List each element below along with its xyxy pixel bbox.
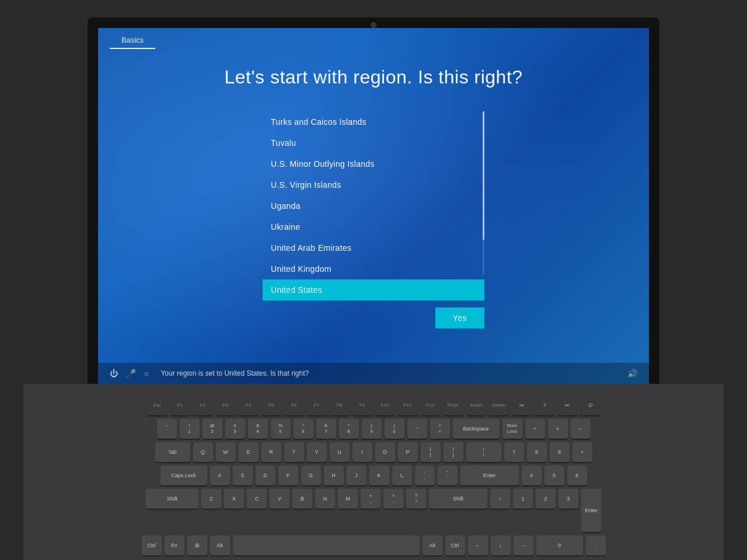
key-9[interactable]: (9 bbox=[362, 419, 382, 439]
key-enter[interactable]: Enter bbox=[460, 466, 519, 485]
key-alt-r[interactable]: Alt bbox=[423, 536, 442, 555]
key-f11[interactable]: F11 bbox=[398, 396, 418, 415]
key-0[interactable]: )0 bbox=[385, 419, 404, 439]
key-prtsc[interactable]: PrtSc bbox=[444, 396, 463, 415]
country-item[interactable]: United Kingdom bbox=[263, 258, 484, 279]
key-f[interactable]: F bbox=[278, 466, 298, 485]
key-g[interactable]: G bbox=[301, 466, 321, 485]
key-power[interactable]: ⏻ bbox=[580, 396, 600, 415]
key-num8[interactable]: 8 bbox=[527, 442, 547, 462]
key-f5[interactable]: F5 bbox=[261, 396, 281, 415]
key-a[interactable]: A bbox=[210, 466, 230, 485]
key-f12[interactable]: F12 bbox=[421, 396, 441, 415]
key-q[interactable]: Q bbox=[193, 442, 213, 462]
key-f1[interactable]: F1 bbox=[170, 396, 190, 415]
key-bracketr[interactable]: }] bbox=[444, 442, 463, 462]
key-f2[interactable]: F2 bbox=[193, 396, 213, 415]
key-num7[interactable]: 7 bbox=[504, 442, 524, 462]
key-numdot[interactable]: . bbox=[586, 536, 606, 555]
key-space[interactable] bbox=[233, 536, 420, 555]
key-equal[interactable]: += bbox=[430, 419, 450, 439]
key-3[interactable]: #3 bbox=[225, 419, 245, 439]
key-alt-l[interactable]: Alt bbox=[210, 536, 230, 555]
key-comma[interactable]: <, bbox=[361, 489, 381, 509]
key-i[interactable]: I bbox=[352, 442, 372, 462]
key-f9[interactable]: F9 bbox=[352, 396, 372, 415]
key-f4[interactable]: F4 bbox=[239, 396, 259, 415]
key-slash[interactable]: ?/ bbox=[406, 489, 426, 509]
key-playpause[interactable]: ⏸ bbox=[535, 396, 554, 415]
key-caps[interactable]: Caps Lock bbox=[160, 466, 207, 485]
key-5[interactable]: %5 bbox=[271, 419, 291, 439]
key-t[interactable]: T bbox=[284, 442, 304, 462]
key-semicolon[interactable]: :; bbox=[415, 466, 435, 485]
key-ctrl-l[interactable]: Ctrl bbox=[142, 536, 162, 555]
key-shift-r[interactable]: Shift bbox=[429, 489, 487, 509]
key-minus[interactable]: _- bbox=[407, 419, 427, 439]
key-r[interactable]: R bbox=[261, 442, 281, 462]
key-backtick[interactable]: ~` bbox=[157, 419, 177, 439]
country-item[interactable]: Ukraine bbox=[263, 216, 484, 237]
key-u[interactable]: U bbox=[330, 442, 350, 462]
key-numminus[interactable]: − bbox=[571, 419, 591, 439]
key-w[interactable]: W bbox=[216, 442, 236, 462]
key-4[interactable]: $4 bbox=[248, 419, 268, 439]
key-z[interactable]: Z bbox=[201, 489, 221, 509]
country-item[interactable]: United Arab Emirates bbox=[263, 237, 484, 258]
country-item[interactable]: Uganda bbox=[263, 195, 484, 216]
key-down[interactable]: ↓ bbox=[491, 536, 511, 555]
key-k[interactable]: K bbox=[369, 466, 389, 485]
country-item[interactable]: United States bbox=[263, 279, 484, 300]
key-prev[interactable]: ⏮ bbox=[512, 396, 532, 415]
key-s[interactable]: S bbox=[233, 466, 253, 485]
key-1[interactable]: !1 bbox=[180, 419, 200, 439]
key-up[interactable]: ↑ bbox=[490, 489, 510, 509]
key-backslash[interactable]: |\ bbox=[466, 442, 501, 462]
key-period[interactable]: >. bbox=[383, 489, 403, 509]
key-v[interactable]: V bbox=[270, 489, 289, 509]
key-7[interactable]: &7 bbox=[316, 419, 336, 439]
key-left[interactable]: ← bbox=[468, 536, 488, 555]
key-o[interactable]: O bbox=[375, 442, 395, 462]
scrollbar[interactable] bbox=[483, 111, 484, 275]
key-esc[interactable]: Esc bbox=[148, 396, 167, 415]
key-x[interactable]: X bbox=[224, 489, 244, 509]
key-num6[interactable]: 6 bbox=[567, 466, 587, 485]
country-item[interactable]: U.S. Minor Outlying Islands bbox=[263, 153, 484, 174]
key-num0[interactable]: 0 bbox=[536, 536, 583, 555]
key-e[interactable]: E bbox=[239, 442, 259, 462]
key-f7[interactable]: F7 bbox=[307, 396, 327, 415]
key-numplus[interactable]: + bbox=[573, 442, 592, 462]
country-item[interactable]: Turks and Caicos Islands bbox=[263, 111, 484, 132]
key-next[interactable]: ⏭ bbox=[557, 396, 577, 415]
key-m[interactable]: M bbox=[338, 489, 358, 509]
key-insert[interactable]: Insert bbox=[466, 396, 486, 415]
key-numenter[interactable]: Enter bbox=[581, 489, 601, 532]
key-d[interactable]: D bbox=[256, 466, 275, 485]
tab-basics[interactable]: Basics bbox=[110, 32, 155, 49]
key-numdiv[interactable]: ÷ bbox=[525, 419, 545, 439]
key-f8[interactable]: F8 bbox=[330, 396, 350, 415]
country-item[interactable]: U.S. Virgin Islands bbox=[263, 174, 484, 195]
key-bracketl[interactable]: {[ bbox=[421, 442, 441, 462]
key-right[interactable]: → bbox=[514, 536, 533, 555]
key-y[interactable]: Y bbox=[307, 442, 327, 462]
key-6[interactable]: ^6 bbox=[294, 419, 313, 439]
key-num5[interactable]: 5 bbox=[544, 466, 564, 485]
key-c[interactable]: C bbox=[247, 489, 267, 509]
key-f3[interactable]: F3 bbox=[216, 396, 236, 415]
key-p[interactable]: P bbox=[398, 442, 418, 462]
key-num3[interactable]: 3 bbox=[558, 489, 578, 509]
key-8[interactable]: *8 bbox=[339, 419, 359, 439]
country-item[interactable]: Tuvalu bbox=[263, 132, 484, 153]
key-num2[interactable]: 2 bbox=[536, 489, 556, 509]
key-numlock[interactable]: NumLock bbox=[502, 419, 522, 439]
key-f10[interactable]: F10 bbox=[375, 396, 395, 415]
key-backspace[interactable]: Backspace bbox=[453, 419, 500, 439]
key-num9[interactable]: 9 bbox=[550, 442, 570, 462]
key-nummul[interactable]: × bbox=[548, 419, 568, 439]
key-2[interactable]: @2 bbox=[203, 419, 222, 439]
key-quote[interactable]: "' bbox=[438, 466, 458, 485]
key-ctrl-r[interactable]: Ctrl bbox=[445, 536, 465, 555]
key-tab[interactable]: Tab bbox=[155, 442, 190, 462]
